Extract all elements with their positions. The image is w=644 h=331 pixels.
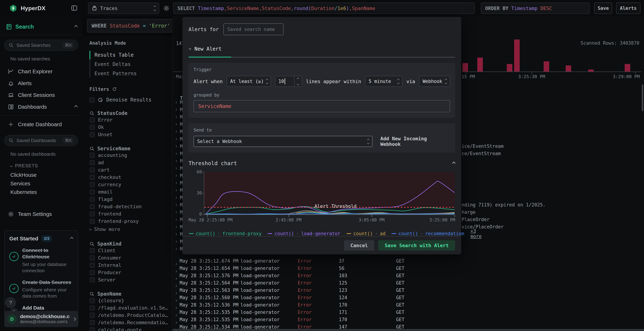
filter-checkbox[interactable] <box>90 117 95 122</box>
filter-option-label[interactable]: cart <box>98 167 110 173</box>
preset-clickhouse[interactable]: ClickHouse <box>10 171 82 179</box>
refresh-icon[interactable] <box>112 87 117 92</box>
presets-toggle[interactable]: PRESETS <box>10 163 82 169</box>
filter-option-label[interactable]: checkout <box>98 174 121 180</box>
table-row-sliver[interactable]: M <box>172 209 183 216</box>
filter-checkbox[interactable] <box>90 248 95 253</box>
search-icon[interactable] <box>90 242 94 247</box>
filter-option-label[interactable]: frontend <box>98 211 121 217</box>
order-by-input[interactable]: ORDER BY Timestamp DESC <box>481 2 590 14</box>
legend-more-button[interactable]: +3 more <box>470 228 482 239</box>
filter-checkbox[interactable] <box>90 255 95 260</box>
channel-select[interactable]: Webhook <box>419 76 450 87</box>
filter-checkbox[interactable] <box>90 197 95 202</box>
horizontal-scrollbar[interactable] <box>172 329 644 331</box>
table-row-sliver[interactable]: M <box>172 194 183 201</box>
filter-checkbox[interactable] <box>90 313 95 318</box>
table-row-sliver[interactable]: M <box>172 179 183 187</box>
filter-option-label[interactable]: Ok <box>98 124 104 130</box>
create-dashboard-button[interactable]: Create Dashboard <box>0 118 82 130</box>
filter-option-label[interactable]: /oteldemo.ProductCatalo… <box>98 313 168 318</box>
table-row[interactable]: May 28 3:25:12.535 PMload-generatorError… <box>172 309 644 316</box>
grouped-by-input[interactable]: ServiceName <box>194 100 450 112</box>
table-row[interactable]: May 28 3:25:12.674 PMload-generatorError… <box>172 257 644 265</box>
threshold-number-input[interactable]: 10 <box>275 76 302 87</box>
denoise-checkbox[interactable] <box>90 97 94 102</box>
filter-checkbox[interactable] <box>90 320 95 325</box>
mode-results-table[interactable]: Results Table <box>90 50 168 60</box>
team-settings-button[interactable]: Team Settings <box>0 208 82 220</box>
saved-search-name-input[interactable] <box>224 23 284 35</box>
show-more-button[interactable]: Show more <box>90 225 168 233</box>
stepper-up[interactable] <box>294 76 302 81</box>
stepper-down[interactable] <box>294 81 302 86</box>
table-row-sliver[interactable]: M <box>172 150 183 157</box>
table-row-sliver[interactable]: M <box>172 238 183 245</box>
filter-checkbox[interactable] <box>90 204 95 209</box>
table-row-sliver[interactable]: M <box>172 121 183 128</box>
table-row-sliver[interactable]: M <box>172 172 183 179</box>
filter-checkbox[interactable] <box>90 263 95 268</box>
filter-checkbox[interactable] <box>90 160 95 165</box>
filter-option-label[interactable]: Internal <box>98 262 121 268</box>
tab-new-alert[interactable]: + New Alert <box>188 46 222 52</box>
legend-item[interactable]: count()·recommendation <box>392 231 464 236</box>
filter-option-label[interactable]: Unset <box>98 132 112 137</box>
sidebar-item-alerts[interactable]: Alerts <box>0 77 82 89</box>
table-row-sliver[interactable]: M <box>172 113 183 121</box>
search-icon[interactable] <box>90 146 94 151</box>
table-row-sliver[interactable]: M <box>172 201 183 209</box>
legend-item[interactable]: count()·frontend-proxy <box>189 231 262 236</box>
vertical-scrollbar[interactable] <box>642 84 643 111</box>
get-started-step-2[interactable]: Create Data Sources Configure where your… <box>9 279 73 299</box>
table-row[interactable]: May 28 3:25:12.560 PMload-generatorError… <box>172 294 644 301</box>
saved-searches-input[interactable]: ⌘K <box>4 40 78 51</box>
add-webhook-button[interactable]: Add New Incoming Webhook <box>380 136 450 147</box>
table-row-sliver[interactable]: M <box>172 157 183 165</box>
filter-option-label[interactable]: Producer <box>98 270 121 275</box>
table-row-sliver[interactable]: M <box>172 165 183 172</box>
legend-item[interactable]: count()·load-generator <box>268 231 340 236</box>
preset-kubernetes[interactable]: Kubernetes <box>10 188 82 196</box>
sidebar-item-client-sessions[interactable]: Client Sessions <box>0 89 82 101</box>
sidebar-item-dashboards[interactable]: Dashboards <box>0 101 82 113</box>
saved-searches-field[interactable] <box>16 42 60 48</box>
sidebar-toggle-icon[interactable] <box>71 5 78 11</box>
source-select[interactable]: Traces <box>88 2 159 14</box>
filter-checkbox[interactable] <box>90 219 95 224</box>
settings-gear-icon[interactable] <box>163 5 170 11</box>
filter-option-label[interactable]: Server <box>98 277 116 283</box>
table-row-sliver[interactable]: M <box>172 135 183 143</box>
filter-checkbox[interactable] <box>90 277 95 282</box>
filter-option-label[interactable]: Consumer <box>98 255 121 261</box>
filter-option-label[interactable]: fraud-detection <box>98 204 142 209</box>
table-row-sliver[interactable]: M <box>172 128 183 135</box>
filter-option-label[interactable]: frontend-proxy <box>98 218 139 224</box>
table-row[interactable]: May 28 3:25:12.536 PMload-generatorError… <box>172 301 644 309</box>
filter-option-label[interactable]: {closure} <box>98 298 124 303</box>
filter-option-label[interactable]: currency <box>98 182 121 187</box>
window-select[interactable]: 5 minute <box>365 76 402 87</box>
table-row[interactable]: May 28 3:25:12.563 PMload-generatorError… <box>172 287 644 294</box>
save-search-with-alert-button[interactable]: Save Search with Alert <box>378 240 455 251</box>
chevron-up-icon[interactable] <box>70 237 74 240</box>
legend-item[interactable]: count()·ad <box>346 231 386 236</box>
chevron-up-icon[interactable] <box>74 25 78 28</box>
search-icon[interactable] <box>90 292 94 297</box>
filter-option-label[interactable]: email <box>98 189 112 195</box>
filter-option-label[interactable]: /oteldemo.Recommendatio… <box>98 320 168 325</box>
filter-checkbox[interactable] <box>90 132 95 137</box>
user-menu[interactable]: D demos@clickhouse.com demos@clickhouse.… <box>4 311 78 327</box>
table-row[interactable]: May 28 3:25:12.564 PMload-generatorError… <box>172 279 644 287</box>
filter-checkbox[interactable] <box>90 298 95 303</box>
saved-dashboards-input[interactable]: ⌘K <box>4 135 78 146</box>
table-row-sliver[interactable]: M <box>172 143 183 150</box>
table-row-sliver[interactable]: M <box>172 231 183 238</box>
filter-checkbox[interactable] <box>90 189 95 194</box>
filter-option-label[interactable]: Client <box>98 248 116 253</box>
filter-checkbox[interactable] <box>90 182 95 187</box>
filter-checkbox[interactable] <box>90 211 95 216</box>
table-row-sliver[interactable]: M <box>172 106 183 113</box>
select-clause-input[interactable]: SELECT Timestamp,ServiceName,StatusCode,… <box>173 2 475 14</box>
get-started-step-1[interactable]: Connect to ClickHouse Set up your databa… <box>9 247 73 274</box>
